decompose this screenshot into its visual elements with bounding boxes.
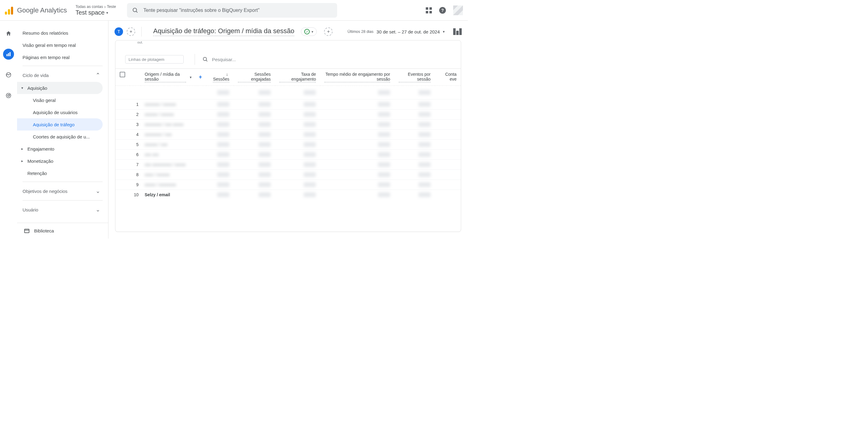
report-card: out. Linhas de plotagem	[115, 40, 461, 232]
col-taxa[interactable]: Taxa de engajamento	[275, 69, 320, 86]
sidebar-item-aq-trafego[interactable]: Aquisição de tráfego	[17, 118, 103, 131]
col-dimension[interactable]: Origem / mídia da sessão ▾ +	[141, 69, 206, 86]
svg-rect-9	[25, 229, 29, 233]
col-contagens[interactable]: Conta eve	[435, 69, 461, 86]
table-search[interactable]	[195, 54, 279, 65]
rail-home-icon[interactable]	[3, 28, 14, 39]
sidebar-divider	[23, 66, 103, 66]
main-content: T + Aquisição de tráfego: Origem / mídia…	[108, 21, 468, 239]
chevron-right-icon: ›	[104, 4, 106, 9]
rail-reports-icon[interactable]	[3, 49, 14, 60]
comparison-chip[interactable]: T	[115, 27, 123, 36]
chevron-down-icon: ⌄	[96, 206, 100, 213]
axis-label: out.	[137, 40, 143, 44]
col-index	[129, 69, 141, 86]
svg-line-1	[136, 11, 137, 12]
table-row[interactable]: 6 xxx xxx 0000 0000 000 00000 00000	[116, 150, 461, 160]
dimension-header-label: Origem / mídia da sessão	[145, 72, 186, 82]
sidebar-item-biblioteca[interactable]: Biblioteca	[17, 223, 108, 239]
check-circle-icon: ✓	[304, 29, 310, 34]
sidebar-item-resumo[interactable]: Resumo dos relatórios	[17, 27, 103, 39]
dimension-value: xxxxxxx / xxxxxx	[145, 102, 176, 107]
search-icon	[132, 7, 138, 14]
col-checkbox	[116, 69, 129, 86]
svg-point-0	[133, 8, 136, 11]
header-actions: ?	[426, 5, 463, 15]
sidebar-item-label: Coortes de aquisição de u...	[33, 134, 90, 139]
plot-lines-input[interactable]: Linhas de plotagem	[125, 55, 184, 64]
apps-icon[interactable]	[426, 7, 432, 13]
dimension-value: xxxxxxxx / xxx	[145, 132, 172, 137]
table-row[interactable]: 1 xxxxxxx / xxxxxx 0000 0000 000 00000 0…	[116, 100, 461, 109]
dimension-value: xxxxxxxx / xxx xxxxx	[145, 122, 184, 127]
table-row[interactable]: 7 xxx xxxxxxxxx / xxxxx 0000 0000 000 00…	[116, 160, 461, 170]
rail-explore-icon[interactable]	[3, 69, 14, 80]
sidebar-item-paginas-rt[interactable]: Páginas em tempo real	[17, 51, 103, 63]
sidebar-group-label: Ciclo de vida	[23, 73, 49, 78]
caret-down-icon: ▾	[106, 11, 108, 15]
sidebar-item-aq-coortes[interactable]: Coortes de aquisição de u...	[17, 131, 103, 143]
add-filter-button[interactable]: +	[324, 27, 333, 36]
sidebar-group-usuario[interactable]: Usuário ⌄	[17, 203, 108, 216]
rail-advertising-icon[interactable]	[3, 90, 14, 101]
sidebar-item-label: Engajamento	[27, 146, 54, 151]
date-range-picker[interactable]: Últimos 28 dias 30 de set. – 27 de out. …	[347, 29, 445, 34]
data-table: Origem / mídia da sessão ▾ + ↓Sessões Se…	[116, 69, 461, 232]
sidebar-item-label: Retenção	[27, 171, 47, 176]
add-dimension-button[interactable]: +	[199, 74, 202, 80]
sidebar-item-retencao[interactable]: Retenção	[17, 167, 103, 179]
table-search-input[interactable]	[212, 57, 279, 62]
caret-down-icon[interactable]: ▾	[190, 75, 192, 79]
svg-point-11	[203, 57, 207, 61]
chart-area-stub: out.	[116, 40, 461, 52]
global-search[interactable]: Tente pesquisar "instruções sobre o BigQ…	[127, 3, 337, 18]
sidebar-item-aquisicao[interactable]: ▾ Aquisição	[17, 82, 103, 94]
date-range: 30 de set. – 27 de out. de 2024	[376, 29, 440, 34]
caret-down-icon: ▾	[312, 30, 313, 34]
caret-right-icon: ▸	[21, 159, 23, 163]
sidebar-item-label: Aquisição de tráfego	[33, 122, 74, 127]
sidebar-item-monetizacao[interactable]: ▸ Monetização	[17, 155, 103, 167]
sidebar-item-engajamento[interactable]: ▸ Engajamento	[17, 143, 103, 155]
col-tempo[interactable]: Tempo médio de engajamento por sessão	[320, 69, 394, 86]
sidebar-item-label: Resumo dos relatórios	[23, 30, 68, 36]
table-row[interactable]: 5 xxxxxx / xxx 0000 0000 000 00000 00000	[116, 140, 461, 150]
avatar[interactable]	[453, 5, 463, 15]
svg-line-12	[206, 60, 208, 62]
table-row[interactable]: 2 xxxxxx / xxxxxx 0000 0000 000 00000 00…	[116, 109, 461, 120]
sidebar: Resumo dos relatórios Visão geral em tem…	[17, 21, 108, 239]
compare-icon[interactable]	[453, 28, 462, 35]
add-comparison-button[interactable]: +	[127, 27, 135, 36]
dimension-value: xxxxxx / xxx	[145, 142, 167, 147]
sidebar-group-label: Objetivos de negócios	[23, 189, 68, 194]
caret-right-icon: ▸	[21, 147, 23, 151]
property-selector[interactable]: Todas as contas › Teste Test space ▾	[75, 4, 116, 16]
dimension-value: xxxxx / xxxxxxxx	[145, 182, 176, 187]
table-row[interactable]: 4 xxxxxxxx / xxx 0000 0000 000 00000 000…	[116, 130, 461, 140]
table-row[interactable]: 10 Selzy / email 0000 0000 000 00000 000…	[116, 190, 461, 200]
sidebar-item-label: Monetização	[27, 159, 53, 164]
breadcrumb-property: Teste	[107, 5, 116, 9]
col-sessoes[interactable]: ↓Sessões	[206, 69, 234, 86]
sidebar-item-visao-geral-rt[interactable]: Visão geral em tempo real	[17, 39, 103, 51]
chip-label: T	[118, 29, 120, 34]
dimension-value: xxxx / xxxxxx	[145, 172, 169, 177]
data-quality-chip[interactable]: ✓ ▾	[301, 27, 317, 36]
col-eventos[interactable]: Eventos por sessão	[394, 69, 435, 86]
chevron-down-icon: ⌄	[96, 188, 100, 195]
date-label: Últimos 28 dias	[347, 30, 373, 34]
library-icon	[24, 228, 30, 234]
table-row[interactable]: 3 xxxxxxxx / xxx xxxxx 0000 0000 000 000…	[116, 120, 461, 130]
table-row[interactable]: 9 xxxxx / xxxxxxxx 0000 0000 000 00000 0…	[116, 180, 461, 190]
sidebar-item-aq-visao[interactable]: Visão geral	[17, 94, 103, 106]
sidebar-group-objetivos[interactable]: Objetivos de negócios ⌄	[17, 184, 108, 198]
property-name: Test space	[75, 9, 105, 16]
product-name: Google Analytics	[17, 6, 67, 14]
sidebar-group-ciclo[interactable]: Ciclo de vida ⌃	[17, 68, 108, 82]
table-row[interactable]: 8 xxxx / xxxxxx 0000 0000 000 00000 0000…	[116, 170, 461, 180]
help-icon[interactable]: ?	[439, 7, 446, 14]
select-all-checkbox[interactable]	[120, 72, 125, 77]
sidebar-item-aq-usuarios[interactable]: Aquisição de usuários	[17, 106, 103, 118]
col-engajadas[interactable]: Sessões engajadas	[234, 69, 275, 86]
sidebar-item-label: Visão geral	[33, 98, 56, 103]
